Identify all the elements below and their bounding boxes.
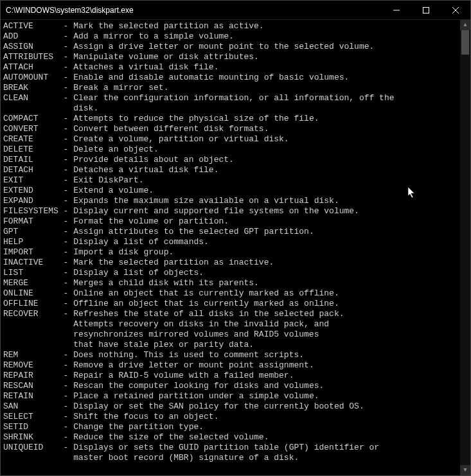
command-description: Display or set the SAN policy for the cu… [73,401,364,411]
separator: - [64,401,74,411]
separator: - [64,258,74,267]
command-description: Offline an object that is currently mark… [73,299,339,308]
command-name: LIST [3,268,64,278]
scroll-thumb[interactable] [461,30,469,55]
command-description-cont: that have stale plex or parity data. [3,340,458,350]
command-row: DETAIL- Provide details about an object. [3,155,458,165]
maximize-button[interactable] [411,1,441,19]
command-name: IMPORT [3,247,64,258]
command-description-cont: Attempts recovery on disks in the invali… [3,319,458,330]
command-description: Provide details about an object. [73,155,234,164]
command-description: Convert between different disk formats. [73,124,269,134]
separator: - [64,391,74,401]
command-description: Break a mirror set. [73,83,168,93]
command-row: AUTOMOUNT- Enable and disable automatic … [3,73,458,83]
command-name: HELP [3,237,64,247]
command-description: Delete an object. [73,145,159,154]
separator: - [64,350,74,360]
command-description: Create a volume, partition or virtual di… [73,134,289,144]
separator: - [64,165,74,175]
command-name: INACTIVE [3,258,64,268]
command-name: RECOVER [3,309,64,319]
command-name: ASSIGN [3,42,64,52]
command-name: CONVERT [3,124,64,134]
command-description: Enable and disable automatic mounting of… [73,73,349,82]
separator: - [64,52,74,62]
separator: - [64,186,74,195]
command-name: ATTACH [3,62,64,73]
command-name: ATTRIBUTES [3,52,64,62]
separator: - [64,114,74,123]
scroll-track[interactable] [460,30,470,465]
scroll-up-arrow[interactable]: ▲ [460,20,470,30]
vertical-scrollbar[interactable]: ▲ ▼ [460,20,470,475]
separator: - [64,443,74,452]
command-description: Add a mirror to a simple volume. [73,31,234,41]
separator: - [64,299,74,308]
command-name: SHRINK [3,432,64,443]
separator: - [64,83,74,93]
command-row: ADD- Add a mirror to a simple volume. [3,31,458,42]
separator: - [64,237,74,247]
command-name: GPT [3,227,64,237]
window-title: C:\WINDOWS\system32\diskpart.exe [6,6,382,15]
command-name: DETAIL [3,155,64,165]
command-row: FILESYSTEMS- Display current and support… [3,206,458,216]
command-description: Attaches a virtual disk file. [73,62,218,72]
separator: - [64,196,74,206]
command-description: Displays or sets the GUID partition tabl… [73,443,379,452]
titlebar[interactable]: C:\WINDOWS\system32\diskpart.exe [1,1,470,20]
command-name: ADD [3,31,64,42]
command-row: SETID- Change the partition type. [3,422,458,432]
separator: - [64,134,74,144]
scroll-down-arrow[interactable]: ▼ [460,465,470,475]
command-row: CONVERT- Convert between different disk … [3,124,458,134]
command-description: Mark the selected partition as inactive. [73,258,274,267]
command-description: Import a disk group. [73,247,173,257]
command-row: ACTIVE- Mark the selected partition as a… [3,21,458,31]
command-name: REPAIR [3,371,64,381]
command-name: AUTOMOUNT [3,73,64,83]
separator: - [64,145,74,154]
separator: - [64,227,74,236]
command-row: ASSIGN- Assign a drive letter or mount p… [3,42,458,52]
command-description: Repair a RAID-5 volume with a failed mem… [73,371,294,380]
separator: - [64,42,74,51]
separator: - [64,175,74,185]
command-row: DELETE- Delete an object. [3,145,458,155]
command-description: Does nothing. This is used to comment sc… [73,350,304,360]
command-row: RECOVER- Refreshes the state of all disk… [3,309,458,319]
command-description: Merges a child disk with its parents. [73,278,259,288]
command-row: IMPORT- Import a disk group. [3,247,458,258]
command-row: CLEAN- Clear the configuration informati… [3,93,458,103]
close-icon [452,7,459,13]
command-description: Remove a drive letter or mount point ass… [73,360,314,370]
separator: - [64,31,74,41]
minimize-button[interactable] [382,1,411,19]
command-row: BREAK- Break a mirror set. [3,83,458,93]
separator: - [64,155,74,164]
command-row: REMOVE- Remove a drive letter or mount p… [3,360,458,371]
command-description: Shift the focus to an object. [73,412,218,421]
minimize-icon [393,7,400,13]
close-button[interactable] [441,1,470,19]
command-description: Manipulate volume or disk attributes. [73,52,259,62]
window-controls [382,1,470,19]
command-row: EXPAND- Expands the maximum size availab… [3,196,458,206]
command-description: Attempts to reduce the physical size of … [73,114,319,123]
command-description: Format the volume or partition. [73,216,229,226]
command-description-cont: master boot record (MBR) signature of a … [3,453,458,463]
separator: - [64,422,74,432]
command-row: OFFLINE- Offline an object that is curre… [3,299,458,309]
console-output[interactable]: ACTIVE- Mark the selected partition as a… [1,20,460,475]
command-name: REMOVE [3,360,64,371]
command-row: MERGE- Merges a child disk with its pare… [3,278,458,288]
separator: - [64,412,74,421]
command-row: SAN- Display or set the SAN policy for t… [3,401,458,412]
command-description: Place a retained partition under a simpl… [73,391,319,401]
command-name: RETAIN [3,391,64,401]
command-description: Change the partition type. [73,422,204,432]
command-row: SHRINK- Reduce the size of the selected … [3,432,458,443]
command-row: EXTEND- Extend a volume. [3,186,458,196]
command-row: ONLINE- Online an object that is current… [3,288,458,299]
